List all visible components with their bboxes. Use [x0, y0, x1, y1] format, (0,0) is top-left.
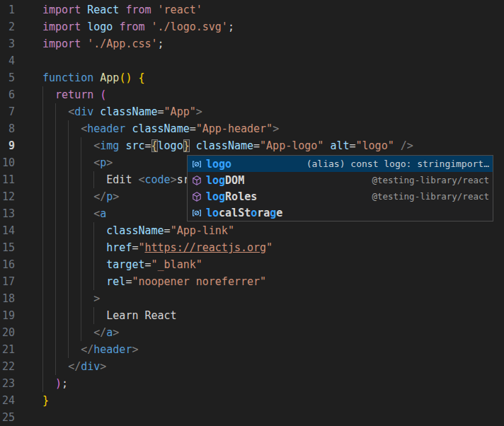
code-token: [42, 105, 68, 118]
code-line-content: <div className="App">: [42, 103, 202, 120]
code-token: =: [145, 258, 151, 271]
code-line-content: rel="noopener noreferrer": [42, 273, 266, 290]
code-token: a: [100, 207, 106, 220]
code-token: header: [93, 343, 132, 356]
code-token: [42, 275, 106, 288]
suggestion-detail: @testing-library/react: [365, 175, 489, 185]
line-number: 19: [2, 307, 15, 324]
code-line[interactable]: 6 return (: [0, 86, 504, 103]
suggestion-label: localStorage: [206, 207, 282, 219]
code-token: </: [81, 343, 93, 356]
code-token: from: [125, 4, 151, 16]
code-line-content: </header>: [42, 341, 138, 358]
code-token: import: [42, 21, 81, 33]
code-token: [42, 207, 93, 220]
code-line[interactable]: 18 >: [0, 290, 504, 307]
code-token: >: [113, 326, 119, 339]
code-line[interactable]: 19 Learn React: [0, 307, 504, 324]
code-token: <: [93, 207, 100, 220]
code-token: =: [253, 139, 260, 152]
code-line[interactable]: 1import React from 'react': [0, 1, 504, 18]
line-number: 25: [2, 409, 15, 426]
code-token: [42, 309, 106, 322]
code-line[interactable]: 25: [0, 409, 504, 426]
code-token: https://reactjs.org: [145, 241, 267, 254]
suggestion-detail: @testing-library/react: [365, 191, 489, 202]
code-token: "_blank": [151, 258, 202, 271]
code-line[interactable]: 2import logo from './logo.svg';: [0, 18, 504, 35]
code-line[interactable]: 15 href="https://reactjs.org": [0, 239, 504, 256]
line-number: 12: [2, 188, 15, 205]
intellisense-popup[interactable]: logo(alias) const logo: stringimport…log…: [187, 155, 493, 221]
code-token: >: [196, 105, 202, 118]
code-token: div: [81, 360, 100, 373]
code-line[interactable]: 17 rel="noopener noreferrer": [0, 273, 504, 290]
code-token: />: [401, 139, 413, 152]
suggestion-item[interactable]: localStorage: [188, 205, 493, 221]
code-line-content: href="https://reactjs.org": [42, 239, 273, 256]
code-token: logo: [158, 139, 183, 152]
code-line[interactable]: 20 </a>: [0, 324, 504, 341]
suggestion-item-selected[interactable]: logo(alias) const logo: stringimport…: [188, 156, 493, 172]
suggestion-item[interactable]: logDOM@testing-library/react: [188, 172, 493, 188]
code-token: alt: [330, 139, 349, 152]
code-line[interactable]: 22 </div>: [0, 358, 504, 375]
code-line-content: </p>: [42, 188, 119, 205]
code-token: [42, 156, 93, 169]
code-line[interactable]: 16 target="_blank": [0, 256, 504, 273]
code-token: code: [145, 173, 171, 186]
code-token: rel: [106, 275, 125, 288]
code-line-content: className="App-link": [42, 222, 234, 239]
code-token: >: [132, 343, 138, 356]
code-token: [42, 88, 55, 101]
code-token: <: [68, 105, 74, 118]
code-token: './logo.svg': [151, 21, 228, 33]
code-line[interactable]: 3import './App.css';: [0, 35, 504, 52]
code-token: (: [100, 88, 106, 101]
code-token: "logo": [356, 139, 394, 152]
code-line[interactable]: 5function App() {: [0, 69, 504, 86]
code-token: [190, 139, 196, 152]
line-number: 4: [2, 52, 15, 69]
code-token: ): [55, 377, 62, 390]
code-line-content: );: [42, 375, 68, 392]
code-token: [93, 88, 100, 101]
code-token: [42, 122, 81, 135]
code-token: a: [106, 326, 113, 339]
code-line-content: import './App.css';: [42, 35, 164, 52]
code-token: [42, 190, 93, 203]
code-line-content: function App() {: [42, 69, 145, 86]
code-line[interactable]: 7 <div className="App">: [0, 103, 504, 120]
matched-bracket: }: [183, 139, 190, 152]
code-token: 'react': [158, 4, 202, 16]
code-token: >: [113, 190, 119, 203]
code-line-content: </a>: [42, 324, 119, 341]
code-line[interactable]: 14 className="App-link": [0, 222, 504, 239]
line-number: 2: [2, 18, 15, 35]
line-number: 8: [2, 120, 15, 137]
code-token: React: [87, 4, 119, 16]
code-token: >: [106, 156, 113, 169]
code-line[interactable]: 24}: [0, 392, 504, 409]
code-line[interactable]: 8 <header className="App-header">: [0, 120, 504, 137]
method-icon: [191, 175, 202, 186]
line-number: 3: [2, 35, 15, 52]
line-number: 10: [2, 154, 15, 171]
code-token: [394, 139, 401, 152]
code-token: [42, 292, 93, 305]
code-token: [145, 21, 151, 33]
code-token: Edit: [106, 173, 138, 186]
code-token: Learn React: [106, 309, 176, 322]
code-line[interactable]: 4: [0, 52, 504, 69]
code-line[interactable]: 23 );: [0, 375, 504, 392]
line-number: 15: [2, 239, 15, 256]
code-line-content: <img src={logo} className="App-logo" alt…: [42, 137, 413, 154]
suggestion-item[interactable]: logRoles@testing-library/react: [188, 188, 493, 205]
code-token: </: [93, 190, 106, 203]
line-number: 20: [2, 324, 15, 341]
code-line[interactable]: 9 <img src={logo} className="App-logo" a…: [0, 137, 504, 154]
suggestion-label: logRoles: [206, 190, 257, 203]
code-token: header: [87, 122, 125, 135]
code-token: className: [196, 139, 253, 152]
code-line[interactable]: 21 </header>: [0, 341, 504, 358]
